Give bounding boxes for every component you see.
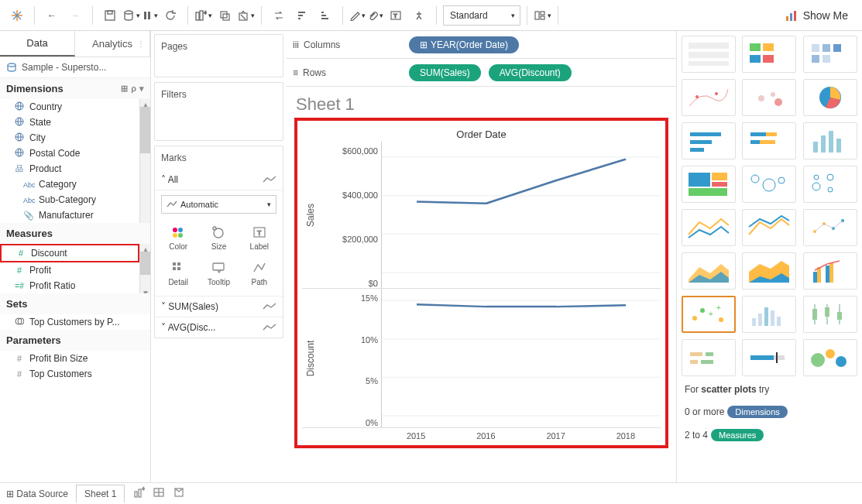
field-profit-bin-size[interactable]: #Profit Bin Size [0, 351, 150, 366]
marks-all-row[interactable]: ˄ All [155, 170, 283, 190]
field-profit-ratio[interactable]: =#Profit Ratio [0, 278, 139, 293]
field-category[interactable]: AbcCategory [0, 177, 139, 192]
chart-type-16[interactable] [742, 252, 796, 290]
new-dashboard-tab-icon[interactable] [153, 486, 165, 501]
rows-pill-sales[interactable]: SUM(Sales) [409, 64, 481, 81]
scrollbar[interactable]: ▴ [139, 99, 150, 223]
view-icon[interactable]: ⊞ [121, 84, 128, 94]
chart-type-14[interactable] [803, 209, 857, 246]
marks-sum-sales[interactable]: ˅ SUM(Sales) [155, 296, 283, 317]
tooltip-shelf[interactable]: Tooltip [198, 255, 239, 291]
svg-point-102 [763, 179, 775, 191]
chart-type-6[interactable] [682, 122, 736, 159]
menu-icon[interactable]: ▾ [139, 84, 144, 94]
chart-type-7[interactable] [742, 122, 796, 159]
field-profit[interactable]: #Profit [0, 262, 139, 278]
pages-card[interactable]: Pages [154, 34, 283, 77]
refresh-icon[interactable] [160, 5, 181, 26]
sheet-title[interactable]: Sheet 1 [294, 91, 668, 118]
chart-type-3[interactable] [682, 79, 736, 116]
field-discount[interactable]: #Discount [0, 244, 139, 262]
datasource-tab[interactable]: ⊞ Data Source [6, 489, 68, 499]
chart-type-0[interactable] [682, 36, 736, 73]
chart-type-1[interactable] [742, 36, 796, 73]
clear-icon[interactable]: ▾ [237, 9, 255, 22]
columns-shelf[interactable]: iiiColumns ⊞YEAR(Order Date) [287, 31, 676, 59]
sort-desc-icon[interactable] [314, 5, 336, 26]
sort-asc-icon[interactable] [291, 5, 313, 26]
tab-analytics[interactable]: Analytics⋮ [75, 31, 150, 57]
new-datasource-icon[interactable]: ▾ [122, 9, 140, 22]
svg-rect-121 [752, 318, 756, 326]
new-worksheet-tab-icon[interactable]: + [132, 486, 145, 501]
rows-shelf[interactable]: ≡Rows SUM(Sales) AVG(Discount) [287, 59, 676, 87]
label-shelf[interactable]: TLabel [239, 220, 280, 255]
marks-avg-discount[interactable]: ˅ AVG(Disc... [155, 317, 283, 338]
chart-type-22[interactable] [742, 339, 796, 376]
svg-rect-127 [812, 309, 817, 320]
chart-type-18[interactable]: ++ [682, 296, 736, 333]
show-me-button[interactable]: Show Me [777, 3, 856, 28]
forward-icon[interactable]: → [64, 5, 86, 26]
swap-icon[interactable] [268, 5, 290, 26]
detail-shelf[interactable]: Detail [158, 255, 198, 291]
logo-icon[interactable] [6, 5, 28, 26]
chart-type-19[interactable] [742, 296, 796, 333]
tab-data[interactable]: Data [0, 31, 75, 57]
chart-type-21[interactable] [682, 339, 736, 376]
chart-type-11[interactable] [803, 166, 857, 203]
chart-type-8[interactable] [803, 122, 857, 159]
path-shelf[interactable]: Path [239, 255, 280, 291]
highlight-icon[interactable]: ▾ [349, 10, 366, 21]
show-cards-icon[interactable]: ▾ [534, 9, 551, 22]
search-icon[interactable]: ρ [131, 84, 136, 94]
chart-type-10[interactable] [742, 166, 796, 203]
discount-plot[interactable] [381, 289, 661, 427]
chart-type-9[interactable] [682, 166, 736, 203]
duplicate-icon[interactable] [214, 5, 235, 26]
back-icon[interactable]: ← [41, 5, 63, 26]
rows-pill-discount[interactable]: AVG(Discount) [489, 64, 572, 81]
field-top-customers-by-p-[interactable]: Top Customers by P... [0, 314, 150, 330]
chart-type-12[interactable] [682, 209, 736, 246]
svg-rect-125 [777, 317, 781, 326]
chart-type-4[interactable] [742, 79, 796, 116]
scrollbar[interactable]: ▴▾ [139, 244, 150, 293]
svg-rect-28 [541, 16, 544, 19]
chart-type-13[interactable] [742, 209, 796, 246]
field-sub-category[interactable]: AbcSub-Category [0, 192, 139, 207]
svg-rect-19 [298, 15, 303, 16]
svg-rect-56 [177, 262, 180, 266]
field-top-customers[interactable]: #Top Customers [0, 366, 150, 382]
field-manufacturer[interactable]: 📎Manufacturer [0, 207, 139, 223]
sheet1-tab[interactable]: Sheet 1 [76, 485, 125, 502]
field-country[interactable]: Country [0, 99, 139, 115]
attach-icon[interactable]: ▾ [367, 10, 383, 21]
chart-type-2[interactable] [803, 36, 857, 73]
field-product[interactable]: 品Product [0, 161, 139, 177]
columns-pill-year[interactable]: ⊞YEAR(Order Date) [409, 36, 519, 53]
chart-type-5[interactable] [803, 79, 857, 116]
chart-type-20[interactable] [803, 296, 857, 333]
field-postal-code[interactable]: Postal Code [0, 146, 139, 161]
svg-point-140 [826, 349, 835, 358]
chart-type-23[interactable] [803, 339, 857, 376]
new-worksheet-icon[interactable]: +▾ [194, 9, 212, 22]
field-state[interactable]: State [0, 115, 139, 130]
size-shelf[interactable]: Size [198, 220, 239, 255]
datasource-item[interactable]: Sample - Supersto... [0, 57, 150, 78]
chart-type-15[interactable] [682, 252, 736, 290]
text-label-icon[interactable]: T [385, 5, 407, 26]
sales-plot[interactable] [381, 142, 661, 288]
mark-type-select[interactable]: Automatic▾ [161, 195, 276, 214]
save-icon[interactable] [99, 5, 121, 26]
pause-icon[interactable]: ▾ [142, 10, 158, 21]
filters-card[interactable]: Filters [154, 82, 283, 141]
color-shelf[interactable]: Color [158, 220, 198, 255]
field-city[interactable]: City [0, 130, 139, 146]
chart-type-17[interactable] [803, 252, 857, 290]
fit-select[interactable]: Standard▾ [443, 5, 520, 26]
pin-icon[interactable] [408, 5, 430, 26]
data-pane: Data Analytics⋮ Sample - Supersto... Dim… [0, 31, 151, 482]
new-story-tab-icon[interactable] [173, 486, 185, 501]
